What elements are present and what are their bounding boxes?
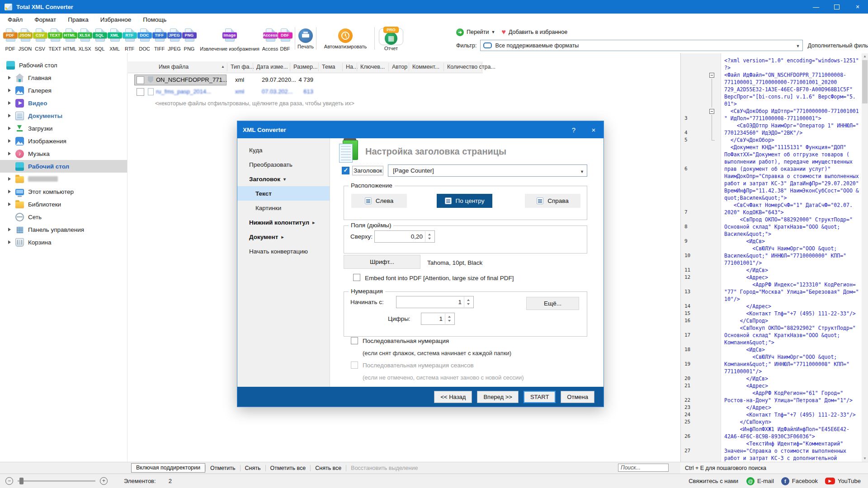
column-header-4[interactable]: Тема bbox=[322, 64, 335, 70]
column-header-3[interactable]: Размер... bbox=[293, 64, 317, 70]
maximize-button[interactable] bbox=[826, 0, 847, 14]
chevron-down-icon[interactable]: ▼ bbox=[796, 44, 800, 48]
chevron-down-icon[interactable]: ▼ bbox=[580, 169, 584, 174]
zoom-out-button[interactable]: − bbox=[5, 477, 13, 485]
sequential-numbering-checkbox[interactable] bbox=[351, 337, 358, 344]
go-button[interactable]: Перейти bbox=[467, 29, 489, 35]
sidebar-item-панель-управления[interactable]: ▦Панель управления bbox=[0, 223, 127, 236]
status-button-3[interactable]: Отметить все bbox=[266, 465, 311, 471]
sequential-numbering-label[interactable]: Последовательная нумерация bbox=[363, 338, 449, 344]
format-png-button[interactable]: PNGPNG bbox=[182, 25, 197, 52]
expand-arrow-icon[interactable] bbox=[8, 240, 11, 244]
position-0-button[interactable]: Слева bbox=[351, 194, 407, 208]
column-header-5[interactable]: На... bbox=[346, 64, 358, 70]
wizard-step-2[interactable]: Заголовок▾ bbox=[237, 172, 330, 186]
spinner-arrows-icon[interactable] bbox=[425, 231, 434, 242]
column-header-2[interactable]: Дата изме... bbox=[256, 64, 288, 70]
format-dbf-button[interactable]: DBFDBF bbox=[278, 25, 292, 52]
format-access-button[interactable]: AccessAccess bbox=[263, 25, 278, 52]
wizard-step-0[interactable]: Куда bbox=[237, 143, 330, 157]
format-tiff-button[interactable]: TIFFTIFF bbox=[152, 25, 167, 52]
dialog-button-3[interactable]: Отмена bbox=[561, 391, 594, 403]
header-value-combobox[interactable]: [Page Counter] ▼ bbox=[388, 164, 587, 177]
position-1-button[interactable]: По центру bbox=[437, 194, 492, 208]
close-button[interactable]: × bbox=[847, 0, 868, 14]
zoom-in-button[interactable]: + bbox=[100, 477, 108, 485]
expand-arrow-icon[interactable] bbox=[8, 139, 11, 143]
dialog-close-button[interactable]: × bbox=[584, 121, 604, 138]
column-header-7[interactable]: Автор bbox=[392, 64, 407, 70]
spinner-arrows-icon[interactable] bbox=[445, 314, 454, 324]
scrollbar-thumb[interactable] bbox=[862, 60, 868, 103]
format-json-button[interactable]: JSONJSON bbox=[18, 25, 33, 52]
dialog-button-0[interactable]: << Назад bbox=[434, 391, 472, 403]
menu-item-2[interactable]: Правка bbox=[62, 15, 94, 24]
sidebar-item-сеть[interactable]: Сеть bbox=[0, 211, 127, 223]
expand-arrow-icon[interactable] bbox=[8, 114, 11, 117]
wizard-step-7[interactable]: Начать конвертацию bbox=[237, 244, 330, 258]
expand-arrow-icon[interactable] bbox=[8, 89, 11, 92]
search-input[interactable]: Поиск... bbox=[618, 464, 669, 472]
wizard-step-6[interactable]: Документ▸ bbox=[237, 230, 330, 244]
font-button[interactable]: Шрифт... bbox=[344, 255, 420, 269]
embed-font-checkbox[interactable] bbox=[353, 274, 360, 281]
sidebar-item-музыка[interactable]: ♪Музыка bbox=[0, 147, 127, 160]
row-checkbox[interactable] bbox=[137, 76, 144, 84]
dialog-button-1[interactable]: Вперед >> bbox=[477, 391, 519, 403]
sidebar-item-загрузки[interactable]: Загрузки bbox=[0, 122, 127, 135]
start-from-input[interactable]: 1 bbox=[396, 296, 474, 308]
more-button[interactable]: Ещё... bbox=[526, 297, 579, 310]
expand-arrow-icon[interactable] bbox=[8, 127, 11, 130]
menu-item-0[interactable]: Файл bbox=[2, 15, 28, 24]
format-pdf-button[interactable]: PDFPDF bbox=[3, 25, 18, 52]
column-header-9[interactable]: Количество стра... bbox=[447, 64, 495, 70]
print-button[interactable]: Печать bbox=[297, 25, 314, 49]
sidebar-item-этот-компьютер[interactable]: Этот компьютер bbox=[0, 185, 127, 198]
table-row[interactable]: ru_fms_pasp_2014...xml07.03.202...613 bbox=[128, 86, 680, 98]
sidebar-item-корзина[interactable]: Корзина bbox=[0, 236, 127, 249]
column-header-6[interactable]: Ключев... bbox=[360, 64, 385, 70]
fold-collapse-icon[interactable] bbox=[709, 73, 714, 78]
table-row[interactable]: ON_NSCHFDOPPR_771...xml29.07.2020...4 73… bbox=[128, 74, 680, 86]
wizard-step-5[interactable]: Нижний колонтитул▸ bbox=[237, 215, 330, 230]
report-button[interactable]: PRO▦Отчет bbox=[377, 25, 405, 51]
status-button-0[interactable]: Включая поддиректории bbox=[131, 463, 205, 473]
column-header-1[interactable]: Тип фа... bbox=[231, 64, 254, 70]
wizard-step-3[interactable]: Текст bbox=[237, 186, 330, 201]
digits-input[interactable]: 1 bbox=[421, 313, 455, 325]
scroll-up-icon[interactable]: ▲ bbox=[862, 53, 868, 60]
format-html-button[interactable]: HTMLHTML bbox=[62, 25, 77, 52]
dialog-help-button[interactable]: ? bbox=[564, 121, 584, 138]
menu-item-4[interactable]: Помощь bbox=[137, 15, 172, 24]
xml-code[interactable]: <?xml version="1.0" encoding="windows-12… bbox=[724, 57, 861, 462]
format-jpeg-button[interactable]: JPEGJPEG bbox=[167, 25, 182, 52]
status-button-1[interactable]: Отметить bbox=[206, 465, 240, 471]
embed-font-label[interactable]: Embed font into PDF [Attention, large si… bbox=[365, 275, 514, 282]
sidebar-item-изображения[interactable]: Изображения bbox=[0, 135, 127, 147]
sidebar-item-галерея[interactable]: Галерея bbox=[0, 84, 127, 97]
spinner-arrows-icon[interactable] bbox=[464, 297, 473, 307]
expand-arrow-icon[interactable] bbox=[8, 76, 11, 80]
filter-combobox[interactable]: Все поддерживаемые форматы ▼ bbox=[480, 40, 803, 51]
format-text-button[interactable]: TEXTTEXT bbox=[47, 25, 62, 52]
xml-scrollbar[interactable]: ▲ ▼ bbox=[862, 53, 868, 462]
slider-thumb[interactable] bbox=[19, 478, 24, 484]
dialog-button-2[interactable]: START bbox=[524, 391, 556, 403]
filtered-files-note[interactable]: <некоторые файлы отфильтрованы, щёлкните… bbox=[155, 100, 354, 107]
column-header-8[interactable]: Коммент... bbox=[412, 64, 439, 70]
format-sql-button[interactable]: SQLSQL bbox=[92, 25, 107, 52]
facebook-link[interactable]: fFacebook bbox=[781, 477, 818, 485]
format-image-button[interactable]: ImageИзвлечение изображения bbox=[197, 25, 263, 52]
minimize-button[interactable]: — bbox=[806, 0, 826, 14]
expand-arrow-icon[interactable] bbox=[8, 177, 11, 181]
fold-collapse-icon[interactable] bbox=[709, 109, 714, 114]
position-2-button[interactable]: Справа bbox=[525, 194, 580, 208]
wizard-step-1[interactable]: Преобразовать bbox=[237, 157, 330, 172]
status-button-4[interactable]: Снять все bbox=[311, 465, 346, 471]
menu-item-3[interactable]: Избранное bbox=[94, 15, 137, 24]
add-favorite-button[interactable]: Добавить в избранное bbox=[509, 29, 567, 35]
menu-item-1[interactable]: Формат bbox=[28, 15, 62, 24]
sidebar-item-библиотеки[interactable]: Библиотеки bbox=[0, 198, 127, 211]
wizard-step-4[interactable]: Картинки bbox=[237, 201, 330, 215]
expand-arrow-icon[interactable] bbox=[8, 101, 11, 105]
